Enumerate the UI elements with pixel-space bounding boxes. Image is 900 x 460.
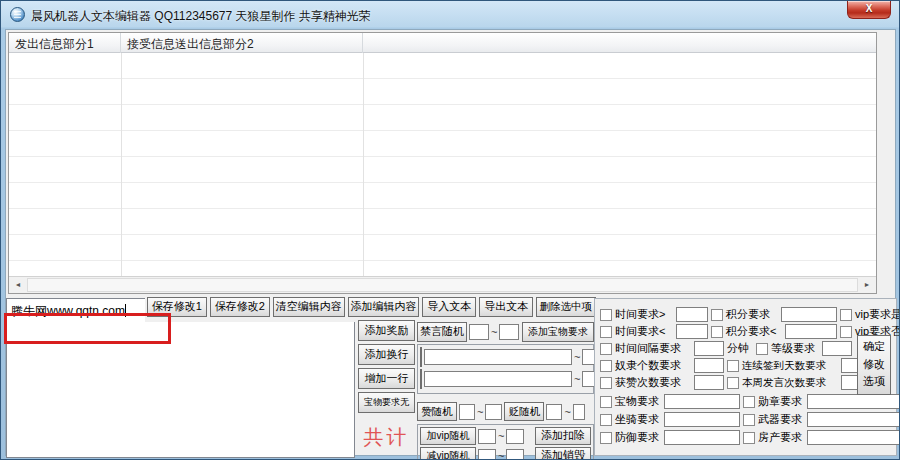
slaves-checkbox[interactable]: [600, 360, 612, 372]
weapon-input[interactable]: [807, 412, 900, 427]
horizontal-scrollbar[interactable]: ◄ ►: [9, 276, 876, 293]
range-separator: ~: [498, 430, 504, 442]
add-deduct-button[interactable]: 添加扣除: [535, 427, 591, 445]
message-editor-textarea[interactable]: 腾牛网www.qqtn.com: [6, 298, 355, 458]
table-body[interactable]: [9, 53, 876, 276]
score-input[interactable]: [781, 307, 837, 322]
house-input[interactable]: [807, 430, 900, 445]
time-gt-checkbox[interactable]: [600, 309, 612, 321]
delete-selected-button[interactable]: 删除选中项: [536, 297, 596, 317]
praise-max-input[interactable]: [485, 404, 502, 420]
range-separator: ~: [564, 406, 570, 418]
requirements-panel: 时间要求> 积分要求 vip要求是 时间要求< 积分要求< vip要求否: [594, 298, 897, 456]
total-label: 共计: [358, 424, 415, 451]
add-newline-button[interactable]: 添加换行: [358, 344, 415, 365]
text-caret: [125, 304, 126, 317]
minutes-label: 分钟: [727, 341, 753, 356]
window-title: 晨风机器人文本编辑器 QQ112345677 天狼星制作 共享精神光荣: [31, 8, 371, 25]
score-lt-input[interactable]: [785, 324, 837, 339]
vip-yes-checkbox[interactable]: [840, 309, 852, 321]
vip-group: 加vip随机 ~ 添加扣除 减vip随机 ~ 添加销毁: [417, 424, 594, 460]
add-vip-random-button[interactable]: 加vip随机: [420, 427, 476, 445]
score-label: 积分要求: [726, 307, 778, 322]
defense-label: 防御要求: [615, 430, 661, 445]
column-header-empty: [363, 33, 876, 53]
append-content-button[interactable]: 添加编辑内容: [348, 297, 420, 317]
scrollbar-thumb[interactable]: [27, 278, 858, 292]
treasure-none-button[interactable]: 宝物要求无: [358, 392, 415, 413]
time-lt-input[interactable]: [676, 324, 708, 339]
level-checkbox[interactable]: [756, 343, 768, 355]
sign-days-label: 连续签到天数要求: [742, 359, 838, 373]
app-icon: [10, 7, 25, 22]
praise-demote-row: 赞随机 ~ 贬随机 ~: [417, 402, 594, 421]
add-destroy-button[interactable]: 添加销毁: [535, 447, 591, 460]
confirm-options-button[interactable]: 确定修改选项: [857, 335, 891, 395]
add-row-button[interactable]: 增加一行: [358, 368, 415, 389]
scroll-left-icon[interactable]: ◄: [10, 278, 26, 292]
level-input[interactable]: [822, 341, 852, 356]
add-vip-min-input[interactable]: [478, 429, 496, 444]
scroll-right-icon[interactable]: ►: [859, 278, 875, 292]
import-text-button[interactable]: 导入文本: [422, 297, 476, 317]
save-2-button[interactable]: 保存修改2: [210, 297, 270, 317]
demote-random-button[interactable]: 贬随机: [504, 402, 544, 421]
vip-no-checkbox[interactable]: [840, 326, 852, 338]
mount-label: 坐骑要求: [615, 412, 661, 427]
mute-random-button[interactable]: 禁言随机: [417, 322, 467, 342]
interval-input[interactable]: [694, 341, 724, 356]
column-divider: [363, 53, 364, 276]
message-table[interactable]: 发出信息部分1 接受信息送出信息部分2 ◄ ►: [8, 32, 877, 294]
range-separator: ~: [574, 351, 580, 363]
column-header-send[interactable]: 发出信息部分1: [9, 33, 121, 53]
deduct-coin-random-row: 扣币随机 ~: [420, 369, 591, 389]
demote-min-input[interactable]: [546, 404, 562, 420]
save-1-button[interactable]: 保存修改1: [147, 297, 207, 317]
close-button[interactable]: X: [847, 1, 891, 19]
add-treasure-requirement-button[interactable]: 添加宝物要求: [522, 322, 594, 342]
weapon-checkbox[interactable]: [743, 414, 755, 426]
table-header: 发出信息部分1 接受信息送出信息部分2: [9, 33, 876, 53]
sub-vip-random-button[interactable]: 减vip随机: [420, 447, 476, 460]
time-lt-checkbox[interactable]: [600, 326, 612, 338]
column-header-receive[interactable]: 接受信息送出信息部分2: [121, 33, 363, 53]
reward-random-button[interactable]: 奖励随机: [420, 347, 422, 367]
treasure-checkbox[interactable]: [600, 396, 612, 408]
title-bar[interactable]: 晨风机器人文本编辑器 QQ112345677 天狼星制作 共享精神光荣 X: [1, 1, 899, 29]
clear-content-button[interactable]: 清空编辑内容: [273, 297, 345, 317]
mount-checkbox[interactable]: [600, 414, 612, 426]
score-lt-checkbox[interactable]: [711, 326, 723, 338]
mute-max-input[interactable]: [499, 324, 519, 340]
sub-vip-max-input[interactable]: [506, 449, 524, 460]
mount-input[interactable]: [664, 412, 740, 427]
sign-days-checkbox[interactable]: [727, 360, 739, 372]
weekly-speak-checkbox[interactable]: [727, 377, 739, 389]
add-reward-button[interactable]: 添加奖励: [358, 320, 415, 341]
score-checkbox[interactable]: [711, 309, 723, 321]
slaves-input[interactable]: [694, 358, 724, 373]
defense-input[interactable]: [664, 430, 740, 445]
medal-input[interactable]: [807, 394, 900, 409]
praise-count-checkbox[interactable]: [600, 377, 612, 389]
demote-max-input[interactable]: [573, 404, 585, 420]
export-text-button[interactable]: 导出文本: [479, 297, 533, 317]
column-divider: [121, 53, 122, 276]
mute-min-input[interactable]: [469, 324, 489, 340]
time-gt-input[interactable]: [676, 307, 708, 322]
medal-checkbox[interactable]: [743, 396, 755, 408]
editor-text: 腾牛网www.qqtn.com: [11, 304, 125, 318]
reward-min-input[interactable]: [424, 349, 572, 365]
house-checkbox[interactable]: [743, 432, 755, 444]
deduct-coin-min-input[interactable]: [424, 371, 572, 387]
sub-vip-min-input[interactable]: [478, 449, 496, 460]
medal-label: 勋章要求: [758, 394, 804, 409]
praise-count-input[interactable]: [694, 375, 724, 390]
defense-checkbox[interactable]: [600, 432, 612, 444]
interval-checkbox[interactable]: [600, 343, 612, 355]
requirement-row: 宝物要求 勋章要求: [600, 394, 892, 409]
treasure-input[interactable]: [664, 394, 740, 409]
deduct-coin-random-button[interactable]: 扣币随机: [420, 369, 422, 389]
add-vip-max-input[interactable]: [506, 429, 524, 444]
praise-random-button[interactable]: 赞随机: [417, 402, 457, 421]
praise-min-input[interactable]: [459, 404, 475, 420]
